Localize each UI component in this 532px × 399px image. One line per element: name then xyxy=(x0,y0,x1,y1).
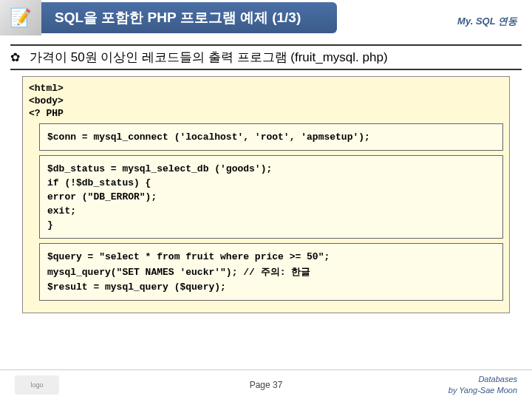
code-line: <html> xyxy=(29,83,503,94)
code-line: if (!$db_status) { xyxy=(47,177,495,188)
footer-logo: logo xyxy=(15,375,59,395)
code-container: <html> <body> <? PHP $conn = mysql_conne… xyxy=(22,76,510,313)
code-line: <body> xyxy=(29,95,503,106)
slide-footer: logo Page 37 Databases by Yang-Sae Moon xyxy=(0,369,532,399)
header-icon: 📝 xyxy=(0,0,41,35)
corner-label: My. SQL 연동 xyxy=(457,15,517,28)
subtitle-row: ✿ 가격이 50원 이상인 레코드들의 출력 프로그램 (fruit_mysql… xyxy=(10,44,522,70)
code-block-query: $query = "select * from fruit where pric… xyxy=(39,243,503,301)
code-line: $conn = mysql_connect ('localhost', 'roo… xyxy=(47,132,495,143)
code-text: mysql_query("SET NAMES 'euckr'"); xyxy=(47,267,237,278)
code-block-selectdb: $db_status = mysql_select_db ('goods'); … xyxy=(39,155,503,239)
slide-header: 📝 SQL을 포함한 PHP 프로그램 예제 (1/3) My. SQL 연동 xyxy=(0,0,532,35)
code-line: <? PHP xyxy=(29,108,503,119)
footer-credits: Databases by Yang-Sae Moon xyxy=(449,374,517,395)
footer-line1: Databases xyxy=(449,374,517,384)
slide-title: SQL을 포함한 PHP 프로그램 예제 (1/3) xyxy=(41,2,337,33)
subtitle-text: 가격이 50원 이상인 레코드들의 출력 프로그램 (fruit_mysql. … xyxy=(30,49,388,66)
code-line: $db_status = mysql_select_db ('goods'); xyxy=(47,163,495,174)
code-line: $result = mysql_query ($query); xyxy=(47,282,495,293)
code-line: exit; xyxy=(47,205,495,216)
code-line: error ("DB_ERROR"); xyxy=(47,191,495,202)
code-block-connect: $conn = mysql_connect ('localhost', 'roo… xyxy=(39,123,503,151)
code-comment: // 주의: 한글 xyxy=(243,267,310,278)
code-line: $query = "select * from fruit where pric… xyxy=(47,251,495,262)
footer-line2: by Yang-Sae Moon xyxy=(449,385,517,395)
page-number: Page 37 xyxy=(250,380,283,390)
code-line: mysql_query("SET NAMES 'euckr'"); // 주의:… xyxy=(47,265,495,279)
code-line: } xyxy=(47,219,495,231)
bullet-icon: ✿ xyxy=(10,50,25,65)
